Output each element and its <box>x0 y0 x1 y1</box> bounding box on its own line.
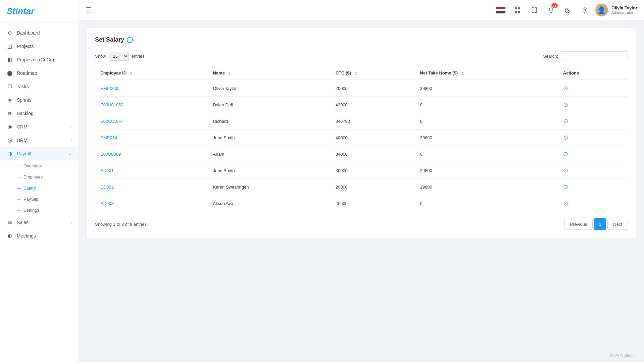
cell-ctc: 34000 <box>330 146 415 162</box>
table-row: ED001 John Smith 30000 29800 ⊙ <box>95 162 628 179</box>
cell-actions: ⊙ <box>558 97 628 113</box>
employee-id-link[interactable]: EMP014 <box>100 135 117 140</box>
meetings-icon: ◐ <box>7 233 13 239</box>
view-action-button[interactable]: ⊙ <box>563 167 568 174</box>
user-profile[interactable]: 👤 Olivia Taylor Administrator <box>595 4 637 16</box>
sidebar-item-projects[interactable]: ◫ Projects <box>0 40 79 53</box>
cell-employee-id: E00U0389 <box>95 146 207 162</box>
fullscreen-button[interactable] <box>529 5 540 15</box>
menu-toggle-button[interactable]: ☰ <box>86 6 92 14</box>
sidebar-item-tasks[interactable]: ☐ Tasks <box>0 80 79 93</box>
cell-actions: ⊙ <box>558 179 628 195</box>
sidebar-item-dashboard[interactable]: ⊙ Dashboard <box>0 26 79 40</box>
sidebar-subitem-payslip[interactable]: PaySlip <box>17 194 79 205</box>
sidebar-subitem-salary[interactable]: Salary <box>17 183 79 194</box>
sidebar-item-crm[interactable]: ◉ CRM › <box>0 120 79 134</box>
apps-grid-icon <box>514 7 521 13</box>
notifications-button[interactable]: 52 <box>546 5 556 15</box>
employee-id-link[interactable]: E00U0389 <box>100 152 121 157</box>
moon-icon <box>565 7 571 13</box>
payroll-icon: ◑ <box>7 151 13 157</box>
table-row: EMP0005 Olivia Taylor 20000 39800 ⊙ <box>95 80 628 97</box>
view-action-button[interactable]: ⊙ <box>563 184 568 190</box>
cell-actions: ⊙ <box>558 162 628 179</box>
sidebar-item-label: Roadmap <box>17 70 37 76</box>
sidebar-item-hrm[interactable]: ◎ HRM › <box>0 134 79 147</box>
cell-name: John Smith <box>207 130 330 146</box>
sidebar-item-label: Tasks <box>17 84 29 89</box>
cell-net-take-home: 39800 <box>415 80 558 97</box>
fullscreen-icon <box>531 7 537 13</box>
table-row: EMP014 John Smith 40000 39800 ⊙ <box>95 130 628 146</box>
page-card: Set Salary i Show 25 50 100 entries Sear… <box>87 28 636 238</box>
cell-name: Adam <box>207 146 330 162</box>
settings-button[interactable] <box>579 5 590 15</box>
sidebar-subitem-overview[interactable]: Overview <box>17 160 79 171</box>
col-name: Name <box>207 66 330 80</box>
sort-icon[interactable] <box>228 72 231 75</box>
table-row: E00U0389 Adam 34000 0 ⊙ <box>95 146 628 162</box>
employee-id-link[interactable]: ED003 <box>100 201 114 206</box>
sidebar-item-payroll[interactable]: ◑ Payroll ⌄ <box>0 147 79 160</box>
chevron-right-icon: › <box>70 138 72 143</box>
sort-icon[interactable] <box>354 72 357 75</box>
sidebar-item-meetings[interactable]: ◐ Meetings <box>0 229 79 243</box>
show-label: Show <box>95 54 106 59</box>
cell-net-take-home: 0 <box>415 195 558 212</box>
employee-id-link[interactable]: ED002 <box>100 185 114 190</box>
page-title: Set Salary <box>95 36 124 43</box>
main-area: ☰ <box>79 0 644 362</box>
search-label: Search: <box>543 54 558 59</box>
user-name: Olivia Taylor <box>611 5 637 10</box>
sidebar-item-sprints[interactable]: ◈ Sprints <box>0 93 79 107</box>
view-action-button[interactable]: ⊙ <box>563 85 568 92</box>
employee-id-link[interactable]: E00U018RT <box>100 119 124 124</box>
subitem-label: Employee <box>23 174 43 179</box>
view-action-button[interactable]: ⊙ <box>563 200 568 207</box>
cell-ctc: 346780 <box>330 113 415 130</box>
entries-label: entries <box>132 54 145 59</box>
hrm-icon: ◎ <box>7 137 13 143</box>
sidebar-item-sales[interactable]: ⚖ Sales › <box>0 216 79 229</box>
view-action-button[interactable]: ⊙ <box>563 118 568 124</box>
projects-icon: ◫ <box>7 43 13 49</box>
sprints-icon: ◈ <box>7 97 13 103</box>
sidebar-item-label: Projects <box>17 44 34 49</box>
sort-icon[interactable] <box>130 72 133 75</box>
cell-net-take-home: 19800 <box>415 179 558 195</box>
sidebar-item-backlog[interactable]: ≋ Backlog <box>0 107 79 120</box>
cell-employee-id: ED001 <box>95 162 207 179</box>
cell-net-take-home: 39800 <box>415 130 558 146</box>
view-action-button[interactable]: ⊙ <box>563 151 568 157</box>
employee-id-link[interactable]: E00U01852 <box>100 102 123 107</box>
flag-button[interactable] <box>495 5 506 15</box>
logo-text: Stintar <box>7 6 34 16</box>
notification-badge: 52 <box>551 3 558 8</box>
search-input[interactable] <box>561 51 628 61</box>
previous-button[interactable]: Previous <box>564 219 593 230</box>
user-details: Olivia Taylor Administrator <box>611 5 637 14</box>
info-icon[interactable]: i <box>127 37 133 43</box>
sidebar-subitem-settings[interactable]: Settings <box>17 205 79 216</box>
col-label: Net Take Home ($) <box>420 70 458 75</box>
subitem-label: Salary <box>23 186 36 191</box>
employee-id-link[interactable]: EMP0005 <box>100 86 119 91</box>
sidebar-item-roadmap[interactable]: ⬤ Roadmap <box>0 66 79 80</box>
apps-button[interactable] <box>512 5 523 15</box>
view-action-button[interactable]: ⊙ <box>563 134 568 141</box>
entries-select[interactable]: 25 50 100 <box>109 52 129 61</box>
bell-icon <box>548 7 554 13</box>
sidebar-item-label: Payroll <box>17 151 31 156</box>
sidebar-subitem-employee[interactable]: Employee <box>17 171 79 183</box>
svg-rect-0 <box>515 7 517 9</box>
footer-text: 2024 © Stintar <box>610 353 636 358</box>
sort-icon[interactable] <box>461 72 464 75</box>
page-number-1[interactable]: 1 <box>594 218 606 230</box>
view-action-button[interactable]: ⊙ <box>563 101 568 108</box>
dark-mode-button[interactable] <box>562 5 573 15</box>
salary-table: Employee ID Name CTC ($) Net Take H <box>95 66 628 211</box>
next-button[interactable]: Next <box>607 219 628 230</box>
sidebar-item-proposals[interactable]: ◧ Proposals (CoCo) <box>0 53 79 66</box>
col-actions: Actions <box>558 66 628 80</box>
employee-id-link[interactable]: ED001 <box>100 168 114 173</box>
